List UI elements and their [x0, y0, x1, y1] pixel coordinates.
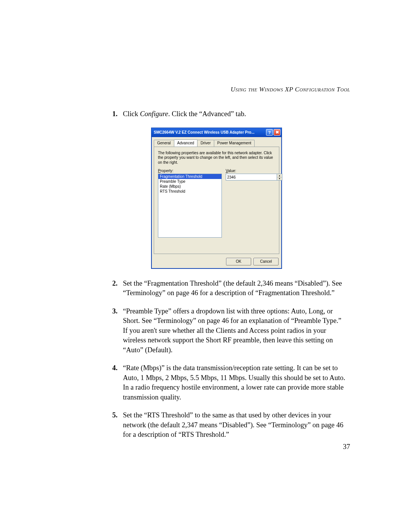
step-body: Set the “Fragmentation Threshold” (the d…: [123, 279, 350, 298]
list-item[interactable]: Rate (Mbps): [158, 184, 221, 189]
close-button[interactable]: ✖: [274, 129, 280, 136]
panel-description: The following properties are available f…: [158, 151, 275, 165]
step-number: 5.: [112, 411, 123, 440]
page-header: Using the Windows XP Configuration Tool: [112, 86, 350, 93]
list-item[interactable]: Preamble Type: [158, 179, 221, 184]
dialog-titlebar[interactable]: SMC2664W V.2 EZ Connect Wireless USB Ada…: [151, 128, 282, 137]
dialog-figure: SMC2664W V.2 EZ Connect Wireless USB Ada…: [151, 128, 350, 269]
instruction-list-cont: 2. Set the “Fragmentation Threshold” (th…: [112, 279, 350, 440]
step-body: Set the “RTS Threshold” to the same as t…: [123, 411, 350, 440]
step-5: 5. Set the “RTS Threshold” to the same a…: [112, 411, 350, 440]
property-label: Property:: [158, 169, 222, 173]
spin-down-button[interactable]: ▼: [277, 177, 282, 181]
tab-strip: General Advanced Driver Power Management: [151, 137, 282, 147]
step-2: 2. Set the “Fragmentation Threshold” (th…: [112, 279, 350, 298]
step-number: 3.: [112, 307, 123, 355]
tab-driver[interactable]: Driver: [197, 140, 214, 147]
spin-buttons: ▲ ▼: [277, 174, 282, 181]
close-icon: ✖: [276, 130, 279, 135]
dialog-title: SMC2664W V.2 EZ Connect Wireless USB Ada…: [154, 130, 265, 134]
step-number: 1.: [112, 109, 123, 119]
tab-panel-advanced: The following properties are available f…: [154, 147, 279, 254]
step-body: Click Configure. Click the “Advanced” ta…: [123, 109, 350, 119]
page-number: 37: [343, 443, 350, 451]
step-1: 1. Click Configure. Click the “Advanced”…: [112, 109, 350, 119]
tab-power-management[interactable]: Power Management: [214, 140, 255, 147]
tab-general[interactable]: General: [154, 140, 174, 147]
cancel-button[interactable]: Cancel: [253, 258, 279, 265]
step-number: 2.: [112, 279, 123, 298]
spin-up-button[interactable]: ▲: [277, 174, 282, 177]
ok-button[interactable]: OK: [226, 258, 251, 265]
chevron-up-icon: ▲: [279, 174, 281, 177]
step-3: 3. “Preamble Type” offers a dropdown lis…: [112, 307, 350, 355]
instruction-list: 1. Click Configure. Click the “Advanced”…: [112, 109, 350, 119]
value-label: Value:: [226, 169, 282, 173]
chevron-down-icon: ▼: [279, 177, 281, 180]
dialog-footer: OK Cancel: [151, 256, 282, 268]
help-icon: ?: [268, 130, 271, 135]
list-item[interactable]: Fragmentation Threshold: [158, 174, 221, 179]
tab-advanced[interactable]: Advanced: [174, 139, 198, 147]
step-body: “Preamble Type” offers a dropdown list w…: [123, 307, 350, 355]
properties-dialog: SMC2664W V.2 EZ Connect Wireless USB Ada…: [151, 128, 282, 269]
help-button[interactable]: ?: [266, 129, 273, 136]
step-number: 4.: [112, 363, 123, 402]
value-input[interactable]: [226, 174, 277, 181]
document-page: Using the Windows XP Configuration Tool …: [0, 0, 411, 532]
step-4: 4. “Rate (Mbps)” is the data transmissio…: [112, 363, 350, 402]
property-listbox[interactable]: Fragmentation Threshold Preamble Type Ra…: [158, 174, 222, 238]
step-body: “Rate (Mbps)” is the data transmission/r…: [123, 363, 350, 402]
list-item[interactable]: RTS Threshold: [158, 189, 221, 194]
value-spinner: ▲ ▼: [226, 174, 282, 181]
